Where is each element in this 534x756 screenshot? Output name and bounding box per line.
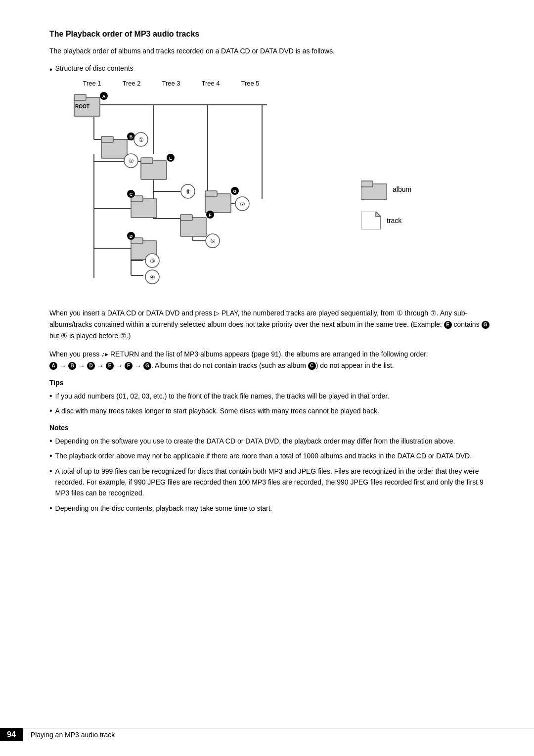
badge-D: D [87, 362, 95, 370]
svg-text:D: D [130, 234, 133, 239]
tips-list: If you add numbers (01, 02, 03, etc.) to… [49, 391, 494, 417]
tree-label-4: Tree 4 [191, 80, 230, 87]
note-item-2: The playback order above may not be appl… [49, 450, 494, 461]
album-order-formula: A → B → D → E → F → G [49, 360, 151, 372]
tip-item-1: If you add numbers (01, 02, 03, etc.) to… [49, 391, 494, 401]
footer: 94 Playing an MP3 audio track [0, 728, 534, 741]
badge-C: C [308, 362, 316, 370]
arrow-5: → [134, 360, 141, 372]
notes-list: Depending on the software you use to cre… [49, 436, 494, 514]
svg-text:②: ② [129, 158, 134, 165]
legend: album track [361, 179, 411, 229]
tip-item-2: A disc with many trees takes longer to s… [49, 405, 494, 416]
svg-text:⑦: ⑦ [240, 201, 245, 208]
tree-label-3: Tree 3 [151, 80, 191, 87]
note-item-1: Depending on the software you use to cre… [49, 436, 494, 446]
badge-E2: E [106, 362, 114, 370]
body-text-2: When you press ♪▸ RETURN and the list of… [49, 349, 494, 372]
album-folder-icon [361, 179, 387, 200]
note-item-3: A total of up to 999 files can be recogn… [49, 466, 494, 499]
svg-text:B: B [130, 134, 133, 139]
tips-title: Tips [49, 379, 494, 387]
footer-text: Playing an MP3 audio track [31, 731, 115, 739]
structure-label: Structure of disc contents [49, 64, 494, 75]
svg-text:④: ④ [150, 274, 155, 281]
arrow-1: → [59, 360, 66, 372]
svg-text:F: F [209, 213, 212, 218]
intro-text: The playback order of albums and tracks … [49, 45, 494, 56]
svg-rect-44 [205, 191, 217, 197]
svg-text:⑤: ⑤ [185, 188, 191, 195]
tree-labels-row: Tree 1 Tree 2 Tree 3 Tree 4 Tree 5 [49, 80, 494, 87]
svg-text:C: C [130, 192, 133, 197]
svg-text:E: E [169, 156, 172, 161]
svg-text:①: ① [138, 136, 144, 143]
page: The Playback order of MP3 audio tracks T… [0, 0, 534, 756]
track-file-icon [361, 212, 381, 229]
svg-text:ROOT: ROOT [75, 104, 89, 109]
svg-rect-21 [74, 94, 86, 100]
arrow-3: → [97, 360, 104, 372]
track-label: track [387, 217, 401, 224]
svg-text:③: ③ [150, 258, 155, 265]
diagram-wrapper: ROOT A B ① E [54, 90, 494, 298]
svg-rect-26 [101, 136, 113, 142]
svg-rect-32 [141, 158, 153, 164]
badge-B: B [68, 362, 76, 370]
track-legend-item: track [361, 212, 411, 229]
tree-label-1: Tree 1 [72, 80, 112, 87]
badge-G2: G [143, 362, 151, 370]
svg-text:⑥: ⑥ [210, 238, 216, 245]
badge-A: A [49, 362, 57, 370]
svg-rect-48 [180, 215, 192, 221]
svg-marker-66 [376, 212, 381, 217]
badge-F: F [125, 362, 133, 370]
album-label: album [393, 185, 411, 193]
svg-text:A: A [102, 94, 106, 99]
body-text-1: When you insert a DATA CD or DATA DVD an… [49, 308, 494, 342]
note-item-4: Depending on the disc contents, playback… [49, 503, 494, 514]
arrow-2: → [78, 360, 85, 372]
section-title: The Playback order of MP3 audio tracks [49, 30, 494, 39]
album-legend-item: album [361, 179, 411, 200]
tree-label-5: Tree 5 [230, 80, 270, 87]
tree-label-2: Tree 2 [112, 80, 151, 87]
notes-title: Notes [49, 424, 494, 432]
badge-E: E [444, 321, 452, 329]
svg-rect-64 [361, 181, 373, 187]
svg-text:G: G [233, 189, 236, 194]
badge-G: G [482, 321, 490, 329]
page-number: 94 [0, 728, 23, 741]
tree-diagram-svg: ROOT A B ① E [54, 90, 341, 298]
arrow-4: → [116, 360, 123, 372]
